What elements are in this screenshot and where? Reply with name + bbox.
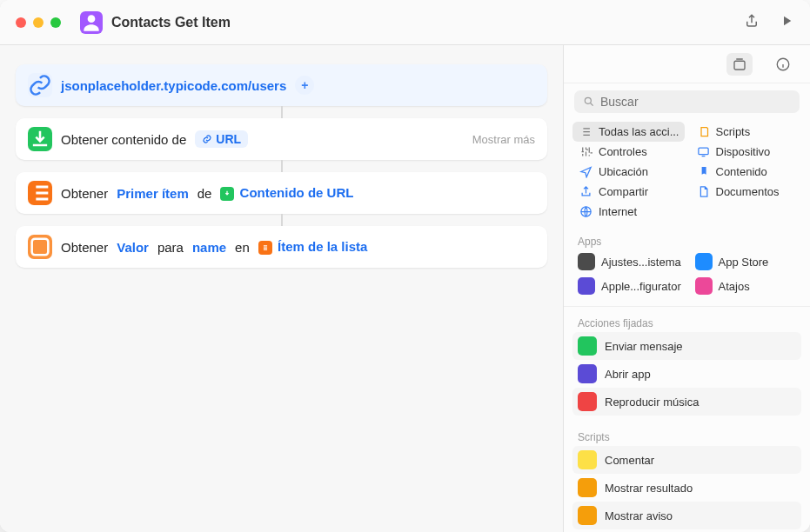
verb-label: Obtener	[61, 186, 108, 201]
divider	[564, 306, 810, 307]
action-get-contents[interactable]: Obtener contenido de URL Mostrar más	[16, 118, 547, 160]
apps-list: Ajustes...istemaApp StoreApple...figurat…	[564, 250, 810, 297]
search-field[interactable]	[574, 90, 800, 113]
action-get-item[interactable]: Obtener Primer ítem de Contenido de URL	[16, 172, 547, 214]
play-button[interactable]	[779, 13, 794, 32]
svg-rect-1	[32, 239, 49, 256]
workflow-canvas: jsonplaceholder.typicode.com/users + Obt…	[0, 45, 563, 532]
action-get-value[interactable]: Obtener Valor para name en Ítem de la li…	[16, 226, 547, 268]
minimize-window-button[interactable]	[33, 17, 44, 28]
category-item[interactable]: Dispositivo	[690, 142, 802, 162]
action-label: Obtener contenido de	[61, 132, 186, 147]
category-item[interactable]: Todas las acci...	[572, 122, 685, 142]
svg-point-4	[585, 97, 591, 103]
show-more-button[interactable]: Mostrar más	[472, 133, 535, 146]
window-controls	[16, 17, 61, 28]
action-list-item[interactable]: Mostrar aviso	[572, 502, 801, 529]
titlebar: Contacts Get Item	[0, 0, 810, 45]
in-label: en	[235, 240, 250, 255]
svg-rect-2	[734, 61, 745, 70]
dictionary-icon	[28, 235, 52, 259]
for-label: para	[157, 240, 184, 255]
category-item[interactable]: Scripts	[690, 122, 802, 142]
url-value[interactable]: jsonplaceholder.typicode.com/users	[61, 78, 286, 93]
selector-token[interactable]: Primer ítem	[117, 186, 189, 201]
source-token[interactable]: Ítem de la lista	[258, 239, 368, 255]
key-token[interactable]: name	[192, 240, 226, 255]
action-list-item[interactable]: Mostrar resultado	[572, 474, 801, 502]
scripts-section-header: Scripts	[564, 424, 810, 446]
action-list-item[interactable]: Enviar mensaje	[572, 332, 801, 360]
list-icon	[28, 181, 52, 205]
value-token[interactable]: Valor	[117, 240, 149, 255]
close-window-button[interactable]	[16, 17, 26, 28]
download-icon	[28, 127, 52, 151]
of-label: de	[197, 186, 212, 201]
library-tab-button[interactable]	[726, 53, 753, 76]
action-list-item[interactable]: Comentar	[572, 446, 801, 474]
verb-label: Obtener	[61, 240, 108, 255]
connector	[281, 214, 283, 226]
app-item[interactable]: Atajos	[690, 275, 802, 297]
zoom-window-button[interactable]	[50, 17, 61, 28]
category-item[interactable]: Internet	[572, 202, 685, 222]
category-item[interactable]: Documentos	[690, 182, 802, 202]
contacts-icon	[80, 11, 103, 34]
apps-section-header: Apps	[564, 229, 810, 250]
sidebar-toolbar	[564, 45, 810, 83]
category-item[interactable]: Contenido	[690, 162, 802, 182]
add-url-button[interactable]: +	[295, 76, 314, 95]
action-url[interactable]: jsonplaceholder.typicode.com/users +	[16, 64, 547, 106]
link-icon	[28, 73, 52, 97]
svg-rect-5	[698, 148, 707, 155]
category-item[interactable]: Ubicación	[572, 162, 685, 182]
info-tab-button[interactable]	[770, 53, 796, 76]
scripts-list: ComentarMostrar resultadoMostrar avisoSo…	[564, 446, 810, 532]
search-input[interactable]	[600, 95, 791, 109]
pinned-list: Enviar mensajeAbrir appReproducir música	[564, 332, 810, 424]
category-item[interactable]: Compartir	[572, 182, 685, 202]
connector	[281, 106, 283, 118]
source-token[interactable]: Contenido de URL	[220, 185, 353, 201]
window-title: Contacts Get Item	[111, 15, 231, 30]
connector	[281, 160, 283, 172]
share-button[interactable]	[744, 13, 760, 32]
url-param-token[interactable]: URL	[195, 130, 248, 148]
pinned-section-header: Acciones fijadas	[564, 310, 810, 332]
library-sidebar: Todas las acci...ScriptsControlesDisposi…	[563, 45, 810, 532]
svg-point-0	[88, 15, 96, 23]
action-list-item[interactable]: Reproducir música	[572, 388, 801, 416]
app-item[interactable]: App Store	[690, 250, 802, 273]
action-list-item[interactable]: Abrir app	[572, 360, 801, 388]
category-grid: Todas las acci...ScriptsControlesDisposi…	[564, 120, 810, 229]
app-item[interactable]: Ajustes...istema	[572, 250, 685, 273]
app-item[interactable]: Apple...figurator	[572, 275, 685, 297]
category-item[interactable]: Controles	[572, 142, 685, 162]
